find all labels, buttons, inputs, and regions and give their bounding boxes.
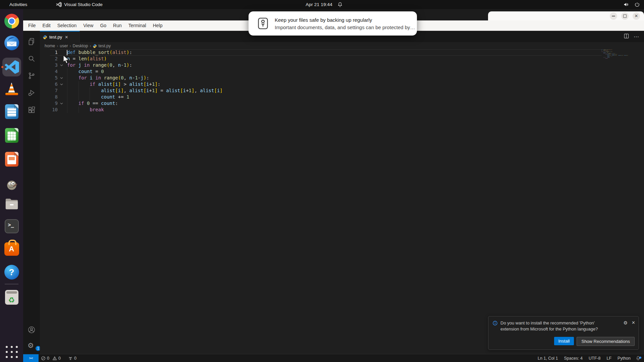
install-button[interactable]: Install [554,337,574,345]
tab-testpy[interactable]: test.py ✕ [40,31,80,43]
breadcrumb-item-home[interactable]: home [45,44,55,48]
dock-item-writer[interactable] [0,102,23,121]
more-actions-icon[interactable]: ⋯ [634,34,639,40]
indent-guide [78,87,79,94]
notification-dot [639,357,641,359]
indent-guide [78,107,79,113]
dock-item-calc[interactable] [0,126,23,145]
toast-settings-gear-icon[interactable]: ⚙ [624,320,628,325]
breadcrumb-label: home [45,44,55,48]
tab-close-icon[interactable]: ✕ [65,35,68,40]
breadcrumb-label: user [60,44,68,48]
activitybar-run-debug-icon[interactable] [28,89,36,97]
dock-item-vlc[interactable] [0,79,23,98]
notification-title: Keep your files safe by backing up regul… [275,17,415,23]
mouse-cursor [62,55,70,64]
problems-indicator[interactable]: 0 0 [39,354,63,362]
fold-chevron-icon[interactable] [58,76,65,80]
dock-item-files[interactable] [0,195,23,214]
gnome-notification[interactable]: Keep your files safe by backing up regul… [249,11,417,36]
dock-item-trash[interactable]: ♻ [0,288,23,307]
system-status-area[interactable] [623,0,640,9]
dock-item-thunderbird[interactable] [0,34,23,52]
status-eol[interactable]: LF [603,356,614,361]
close-button[interactable]: ✕ [633,12,640,20]
code-line[interactable]: 8 count += 1 [40,94,644,100]
notification-bell-icon [337,2,343,7]
minimize-button[interactable] [610,12,617,20]
fold-chevron-icon[interactable] [58,102,65,105]
menu-selection[interactable]: Selection [54,22,80,29]
indent-guide [67,81,67,87]
activitybar-settings-gear-icon[interactable]: ⚙1 [28,342,36,350]
status-indentation[interactable]: Spaces: 4 [561,356,586,361]
activitybar-extensions-icon[interactable] [28,106,36,114]
dock-item-chrome[interactable] [0,12,23,31]
code-line[interactable]: 1def bubble_sort(alist): [40,49,644,56]
indent-guide [78,81,79,87]
menu-help[interactable]: Help [150,22,166,29]
focused-app-title[interactable]: Visual Studio Code [56,2,103,7]
code-line[interactable]: 9 if 0 == count: [40,100,644,107]
window-titlebar: ✕ [488,11,644,20]
dock-item-terminal[interactable]: >_ [0,217,23,236]
status-notifications-bell[interactable] [634,356,644,361]
code-line[interactable]: 2n = len(alist) [40,56,644,62]
breadcrumb-item-test.py[interactable]: test.py [93,44,111,48]
fold-chevron-icon[interactable] [58,82,65,86]
vscode-logo-icon [56,2,62,7]
status-language-mode[interactable]: Python [614,356,634,361]
dock-divider [5,284,18,284]
status-encoding[interactable]: UTF-8 [586,356,603,361]
show-recommendations-button[interactable]: Show Recommendations [577,337,635,346]
breadcrumb-item-desktop[interactable]: Desktop [73,44,88,48]
error-icon [41,356,46,361]
ports-indicator[interactable]: 0 [66,354,79,362]
menu-view[interactable]: View [80,22,97,29]
maximize-button[interactable] [621,12,629,20]
activitybar-search-icon[interactable] [28,55,36,63]
app-icon-calc [5,128,18,143]
dock-item-vscode[interactable] [0,58,23,76]
code-text: if 0 == count: [67,100,118,107]
toast-close-icon[interactable]: ✕ [632,320,635,325]
menu-go[interactable]: Go [97,22,110,29]
minimap[interactable]: def bubble_sort(alist):n = len(alist)for… [601,50,638,59]
line-number: 5 [40,75,58,81]
app-icon-thunderbird [4,36,19,50]
split-editor-icon[interactable] [624,34,629,40]
python-file-icon [93,44,97,48]
remote-indicator[interactable]: >< [23,354,39,362]
dock-item-help[interactable]: ? [0,263,23,282]
code-line[interactable]: 7 alist[i], alist[i+1] = alist[i+1], ali… [40,87,644,94]
status-cursor-position[interactable]: Ln 1, Col 1 [535,356,561,361]
breadcrumb-separator-icon: › [70,44,71,48]
menu-file[interactable]: File [25,22,39,29]
toast-message: Do you want to install the recommended '… [500,320,611,332]
indent-guide [67,87,67,94]
line-number: 8 [40,94,58,100]
volume-icon [623,2,629,7]
activitybar-explorer-icon[interactable] [28,38,36,46]
dock-item-impress[interactable] [0,150,23,169]
menu-terminal[interactable]: Terminal [125,22,150,29]
activitybar-source-control-icon[interactable] [28,72,36,80]
menu-edit[interactable]: Edit [39,22,54,29]
editor-pane[interactable]: 1def bubble_sort(alist):2n = len(alist)3… [40,49,644,354]
code-line[interactable]: 6 if alist[i] > alist[i+1]: [40,81,644,87]
power-icon [634,2,640,7]
activities-button[interactable]: Activities [7,1,30,8]
activitybar-account-icon[interactable] [28,326,36,334]
indent-guide [78,94,79,100]
dock-item-software[interactable]: A [0,239,23,257]
code-line[interactable]: 4 count = 0 [40,68,644,75]
code-line[interactable]: 5 for i in range(0, n-1-j): [40,75,644,81]
dock-item-gimp[interactable] [0,175,23,194]
code-line[interactable]: 3for j in range(0, n-1): [40,62,644,68]
breadcrumb-item-user[interactable]: user [60,44,68,48]
code-line[interactable]: 10 break [40,107,644,113]
clock-menu[interactable]: Apr 21 19:44 [306,0,343,9]
dock-item-apps[interactable] [0,343,23,361]
menu-run[interactable]: Run [110,22,125,29]
minimize-icon [612,16,615,16]
